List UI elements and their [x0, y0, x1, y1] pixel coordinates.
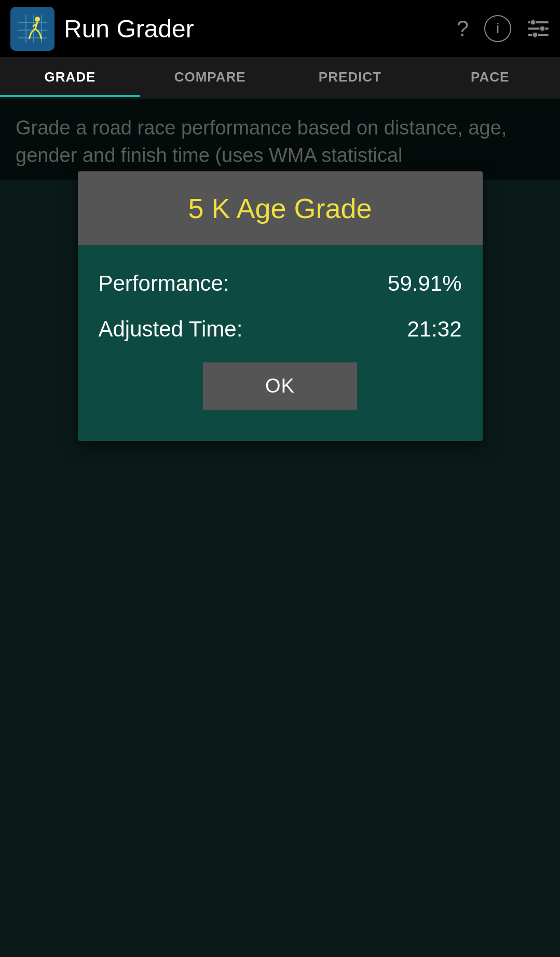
tab-compare[interactable]: COMPARE	[140, 57, 280, 97]
performance-label: Performance:	[99, 271, 229, 296]
tab-pace[interactable]: PACE	[420, 57, 560, 97]
app-header: Run Grader ? i	[0, 0, 560, 57]
info-icon[interactable]: i	[484, 15, 511, 42]
settings-icon[interactable]	[527, 17, 550, 40]
bottom-area	[0, 542, 560, 957]
adjusted-time-label: Adjusted Time:	[99, 317, 243, 342]
tab-bar: GRADE COMPARE PREDICT PACE	[0, 57, 560, 99]
svg-point-17	[530, 20, 536, 25]
app-title: Run Grader	[64, 15, 457, 43]
modal-overlay: 5 K Age Grade Performance: 59.91% Adjust…	[0, 99, 560, 180]
ok-button[interactable]: OK	[203, 362, 357, 410]
adjusted-time-row: Adjusted Time: 21:32	[99, 317, 462, 342]
modal-body: Performance: 59.91% Adjusted Time: 21:32…	[78, 245, 483, 441]
modal-header: 5 K Age Grade	[78, 171, 483, 245]
app-icon	[10, 7, 54, 51]
svg-rect-0	[16, 12, 49, 46]
svg-point-18	[540, 26, 545, 31]
age-grade-modal: 5 K Age Grade Performance: 59.91% Adjust…	[78, 171, 483, 441]
header-actions: ? i	[457, 15, 550, 42]
modal-title: 5 K Age Grade	[188, 193, 372, 224]
performance-row: Performance: 59.91%	[99, 271, 462, 296]
ok-row: OK	[99, 362, 462, 410]
tab-grade[interactable]: GRADE	[0, 57, 140, 97]
svg-point-19	[532, 32, 538, 37]
question-icon[interactable]: ?	[457, 16, 469, 41]
svg-point-7	[35, 17, 40, 22]
tab-predict[interactable]: PREDICT	[280, 57, 420, 97]
performance-value: 59.91%	[388, 271, 461, 296]
adjusted-time-value: 21:32	[407, 317, 461, 342]
main-content: Grade a road race performance based on d…	[0, 99, 560, 180]
